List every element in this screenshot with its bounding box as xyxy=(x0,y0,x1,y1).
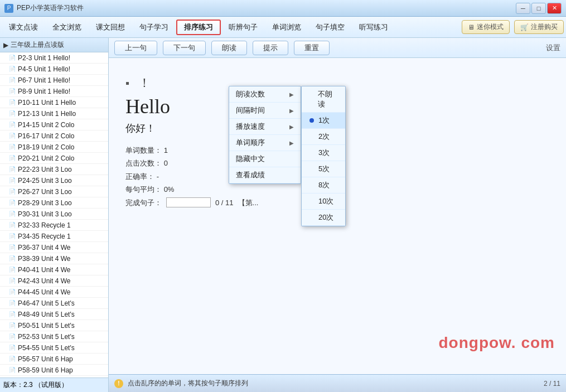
close-button[interactable]: ✕ xyxy=(547,3,562,14)
reset-button[interactable]: 重置 xyxy=(294,41,330,55)
tree-item-18[interactable]: 📄 P38-39 Unit 4 We xyxy=(0,253,108,264)
tree-item-25[interactable]: 📄 P52-53 Unit 5 Let's xyxy=(0,331,108,342)
settings-button[interactable]: 设置 xyxy=(546,43,560,53)
click-count-label: 点击次数： xyxy=(125,159,162,167)
prev-button[interactable]: 上一句 xyxy=(114,41,157,55)
toolbar: 上一句 下一句 朗读 提示 重置 设置 xyxy=(109,38,566,58)
avg-label: 每句平均： xyxy=(125,185,162,193)
tree-item-17[interactable]: 📄 P36-37 Unit 4 We xyxy=(0,242,108,253)
context-menu-item-yincang-zhongwen[interactable]: 隐藏中文 xyxy=(229,151,301,167)
tree-item-15[interactable]: 📄 P32-33 Recycle 1 xyxy=(0,220,108,231)
menu-item-juzi-xuexi[interactable]: 句子学习 xyxy=(133,20,175,35)
doc-icon-9: 📄 xyxy=(9,155,16,161)
menu-item-tingxie-lianxi[interactable]: 听写练习 xyxy=(352,20,395,35)
tree-item-2[interactable]: 📄 P6-7 Unit 1 Hello! xyxy=(0,75,108,86)
context-menu-item-jiange-shijian[interactable]: 间隔时间 ▶ xyxy=(229,103,301,119)
tree-item-label-2: P6-7 Unit 1 Hello! xyxy=(18,76,70,84)
tree-item-label-26: P54-55 Unit 5 Let's xyxy=(18,344,75,352)
tree-item-6[interactable]: 📄 P14-15 Unit 2 Colo xyxy=(0,119,108,130)
tree-item-9[interactable]: 📄 P20-21 Unit 2 Colo xyxy=(0,153,108,164)
tree-item-22[interactable]: 📄 P46-47 Unit 5 Let's xyxy=(0,298,108,309)
hint-button[interactable]: 提示 xyxy=(253,41,288,55)
doc-icon-5: 📄 xyxy=(9,110,16,117)
context-menu-item-danci-shunxu[interactable]: 单词顺序 ▶ xyxy=(229,135,301,151)
context-menu-item-langdu-cishu[interactable]: 朗读次数 ▶ xyxy=(229,86,301,103)
read-button[interactable]: 朗读 xyxy=(211,41,247,55)
progress-input[interactable] xyxy=(166,197,211,207)
menu-item-tingbian-juzi[interactable]: 听辨句子 xyxy=(222,20,264,35)
tree-item-label-3: P8-9 Unit 1 Hello! xyxy=(18,88,70,95)
tree-item-1[interactable]: 📄 P4-5 Unit 1 Hello! xyxy=(0,64,108,75)
tree-item-5[interactable]: 📄 P12-13 Unit 1 Hello xyxy=(0,108,108,119)
submenu-item-no-read[interactable]: 不朗读 xyxy=(302,86,345,113)
tree-item-label-18: P38-39 Unit 4 We xyxy=(18,255,71,263)
doc-icon-23: 📄 xyxy=(9,311,16,317)
status-icon: ! xyxy=(114,379,123,388)
tree-item-14[interactable]: 📄 P30-31 Unit 3 Loo xyxy=(0,209,108,220)
tree-item-7[interactable]: 📄 P16-17 Unit 2 Colo xyxy=(0,130,108,142)
sidebar: ▶ 三年级上册点读版 📄 P2-3 Unit 1 Hello! 📄 P4-5 U… xyxy=(0,38,109,392)
doc-icon-17: 📄 xyxy=(9,244,16,250)
next-button[interactable]: 下一句 xyxy=(163,41,206,55)
tree-item-16[interactable]: 📄 P34-35 Recycle 1 xyxy=(0,231,108,242)
doc-icon-6: 📄 xyxy=(9,122,16,128)
tree-item-23[interactable]: 📄 P48-49 Unit 5 Let's xyxy=(0,309,108,320)
tree-item-26[interactable]: 📄 P54-55 Unit 5 Let's xyxy=(0,342,108,354)
tree-item-0[interactable]: 📄 P2-3 Unit 1 Hello! xyxy=(0,52,108,64)
submenu-item-2ci[interactable]: 2次 xyxy=(302,129,345,145)
tree-item-19[interactable]: 📄 P40-41 Unit 4 We xyxy=(0,264,108,275)
submenu-item-8ci[interactable]: 8次 xyxy=(302,177,345,193)
submenu-item-3ci[interactable]: 3次 xyxy=(302,145,345,161)
register-button[interactable]: 🛒 注册购买 xyxy=(514,20,564,34)
tree-item-label-10: P22-23 Unit 3 Loo xyxy=(18,166,72,173)
tree-item-11[interactable]: 📄 P24-25 Unit 3 Loo xyxy=(0,175,108,186)
mini-mode-button[interactable]: 🖥 迷你模式 xyxy=(462,20,510,34)
radio-empty-5ci xyxy=(309,167,314,171)
doc-icon-12: 📄 xyxy=(9,188,16,195)
collapse-icon[interactable]: ▶ xyxy=(3,41,8,49)
doc-icon-8: 📄 xyxy=(9,144,16,150)
tree-item-27[interactable]: 📄 P56-57 Unit 6 Hap xyxy=(0,354,108,365)
watermark: dongpow. com xyxy=(439,334,555,352)
tree-item-21[interactable]: 📄 P44-45 Unit 4 We xyxy=(0,287,108,298)
submenu-label-1ci: 1次 xyxy=(318,115,330,125)
doc-icon-27: 📄 xyxy=(9,356,16,362)
title-bar-left: P PEP小学英语学习软件 xyxy=(4,3,84,13)
context-menu-item-bofang-sudu[interactable]: 播放速度 ▶ xyxy=(229,119,301,135)
sidebar-title: 三年级上册点读版 xyxy=(11,40,64,50)
menu-right: 🖥 迷你模式 🛒 注册购买 xyxy=(462,20,564,34)
tree-item-label-20: P42-43 Unit 4 We xyxy=(18,277,71,285)
tree-item-12[interactable]: 📄 P26-27 Unit 3 Loo xyxy=(0,186,108,197)
restore-button[interactable]: □ xyxy=(531,3,546,14)
context-menu-item-chakan-chengjv[interactable]: 查看成绩 xyxy=(229,167,301,183)
tree-item-28[interactable]: 📄 P58-59 Unit 6 Hap xyxy=(0,365,108,376)
doc-icon-7: 📄 xyxy=(9,133,16,139)
tree-item-20[interactable]: 📄 P42-43 Unit 4 We xyxy=(0,275,108,287)
menu-item-quanwen-liulan[interactable]: 全文浏览 xyxy=(46,20,88,35)
radio-empty-10ci xyxy=(309,199,314,204)
submenu-item-5ci[interactable]: 5次 xyxy=(302,161,345,177)
accuracy-label: 正确率： xyxy=(125,172,154,181)
tree-item-13[interactable]: 📄 P28-29 Unit 3 Loo xyxy=(0,197,108,209)
radio-empty-2ci xyxy=(309,134,314,139)
tree-item-10[interactable]: 📄 P22-23 Unit 3 Loo xyxy=(0,164,108,175)
menu-item-kewen-huixiang[interactable]: 课文回想 xyxy=(89,20,132,35)
radio-empty-0 xyxy=(309,97,313,101)
minimize-button[interactable]: ─ xyxy=(516,3,530,14)
menu-item-kewen-diandu[interactable]: 课文点读 xyxy=(2,20,45,35)
submenu-item-1ci[interactable]: 1次 xyxy=(302,113,345,129)
menu-item-juzi-tiankong[interactable]: 句子填空 xyxy=(309,20,351,35)
menu-item-paixu-lianxi[interactable]: 排序练习 xyxy=(176,20,221,35)
tree-item-label-11: P24-25 Unit 3 Loo xyxy=(18,177,72,185)
submenu-item-10ci[interactable]: 10次 xyxy=(302,193,345,210)
submenu-item-20ci[interactable]: 20次 xyxy=(302,210,345,226)
tree-item-4[interactable]: 📄 P10-11 Unit 1 Hello xyxy=(0,97,108,108)
tree-item-label-17: P36-37 Unit 4 We xyxy=(18,244,71,251)
menu-bar: 课文点读 全文浏览 课文回想 句子学习 排序练习 听辨句子 单词浏览 句子填空 … xyxy=(0,17,566,38)
menu-item-danci-liulan[interactable]: 单词浏览 xyxy=(265,20,308,35)
tree-item-8[interactable]: 📄 P18-19 Unit 2 Colo xyxy=(0,142,108,153)
tree-item-3[interactable]: 📄 P8-9 Unit 1 Hello! xyxy=(0,86,108,97)
tree-item-24[interactable]: 📄 P50-51 Unit 5 Let's xyxy=(0,320,108,331)
sidebar-list[interactable]: 📄 P2-3 Unit 1 Hello! 📄 P4-5 Unit 1 Hello… xyxy=(0,52,108,378)
chakan-label: 查看成绩 xyxy=(236,170,265,180)
